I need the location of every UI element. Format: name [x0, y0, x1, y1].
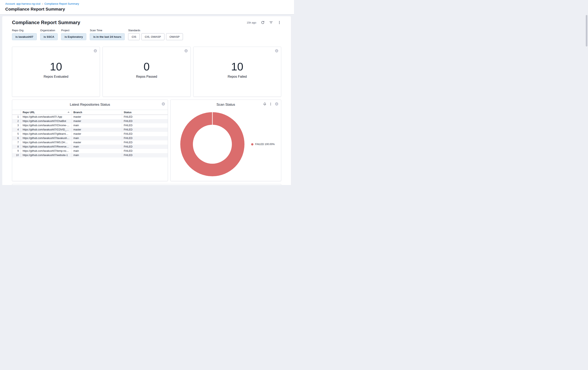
table-card-title: Latest Repositories Status: [12, 100, 168, 107]
col-header-label: Repo URL: [23, 111, 35, 114]
kebab-menu-icon: [278, 21, 281, 24]
tile-globe-button[interactable]: [184, 49, 188, 52]
table-row[interactable]: 2 https://github.com/lavakush07/ChatBot …: [12, 119, 168, 123]
filter-label-scan-time: Scan Time: [90, 29, 125, 32]
page-title: Compliance Report Summary: [5, 7, 294, 11]
filter-bar: Repo Org is lavakush07 Organization is S…: [12, 29, 281, 40]
dashboard-header: Compliance Report Summary 15h ago: [12, 20, 281, 26]
more-menu-button[interactable]: [278, 21, 281, 24]
dashboard-toolbar: 15h ago: [247, 21, 281, 24]
repo-url-cell: https://github.com/lavakush07/COVID_T…: [21, 128, 72, 132]
globe-icon: [94, 49, 97, 52]
stat-tiles-row: 10 Repos Evaluated 0 Repos Passed: [12, 47, 281, 97]
bell-icon: [263, 102, 266, 106]
status-cell: FAILED: [122, 140, 168, 145]
col-header-branch[interactable]: Branch: [72, 110, 122, 115]
filter-chip-organization[interactable]: is SSCA: [40, 33, 58, 40]
table-row[interactable]: 6 https://github.com/lavakush07/lavakush…: [12, 136, 168, 140]
chevron-right-icon: ›: [42, 3, 43, 5]
alerts-button[interactable]: [263, 102, 266, 106]
tile-globe-button[interactable]: [275, 49, 278, 52]
breadcrumb: Account: app-harness-ng-cicd › Complianc…: [5, 2, 294, 5]
stat-label: Repos Failed: [228, 75, 247, 79]
table-row[interactable]: 3 https://github.com/lavakush07/Chrome-……: [12, 123, 168, 128]
status-cell: FAILED: [122, 136, 168, 140]
table-row[interactable]: 4 https://github.com/lavakush07/COVID_T……: [12, 128, 168, 132]
col-header-status[interactable]: Status: [122, 110, 168, 115]
refresh-button[interactable]: [261, 21, 264, 24]
table-row[interactable]: 1 https://github.com/lavakush07/.App mas…: [12, 115, 168, 119]
tile-globe-button[interactable]: [275, 102, 278, 106]
row-index-cell: 10: [12, 153, 21, 157]
repo-url-cell: https://github.com/lavakush07/website-1: [21, 153, 72, 157]
repo-url-cell: https://github.com/lavakush07/MS.DHO…: [21, 140, 72, 145]
filter-group-scan-time: Scan Time is in the last 24 hours: [90, 29, 125, 40]
filter-label-organization: Organization: [40, 29, 58, 32]
table-row[interactable]: 10 https://github.com/lavakush07/website…: [12, 153, 168, 157]
filter-chip-repo-org[interactable]: is lavakush07: [12, 33, 37, 40]
tile-globe-button[interactable]: [94, 49, 97, 52]
stat-label: Repos Evaluated: [44, 75, 68, 79]
next-dashboard-card-partial: [12, 184, 281, 185]
filter-label-repo-org: Repo Org: [12, 29, 37, 32]
branch-cell: master: [72, 115, 122, 119]
status-cell: FAILED: [122, 132, 168, 136]
repo-url-cell: https://github.com/lavakush07/gitlearni…: [21, 132, 72, 136]
filter-chip-standards-cis-owasp[interactable]: CIS, OWASP: [141, 33, 165, 40]
branch-cell: main: [72, 136, 122, 140]
chart-legend-item-failed[interactable]: FAILED 100.00%: [251, 143, 275, 146]
row-index-cell: 4: [12, 128, 21, 132]
row-index-cell: 5: [12, 132, 21, 136]
stat-value: 0: [144, 60, 150, 73]
scan-status-chart-area: FAILED 100.00%: [170, 112, 281, 176]
status-cell: FAILED: [122, 119, 168, 123]
dashboard-title: Compliance Report Summary: [12, 20, 80, 25]
filter-label-standards: Standards: [128, 29, 183, 32]
table-row[interactable]: 9 https://github.com/lavakush07/temp-no……: [12, 149, 168, 153]
tile-globe-button[interactable]: [162, 102, 165, 106]
branch-cell: master: [72, 132, 122, 136]
filter-chip-scan-time[interactable]: is in the last 24 hours: [90, 33, 125, 40]
repo-url-cell: https://github.com/lavakush07/lavakush…: [21, 136, 72, 140]
col-header-repo-url[interactable]: Repo URL: [21, 110, 72, 115]
dashboard-panel: Compliance Report Summary 15h ago: [2, 16, 291, 185]
filter-button[interactable]: [269, 21, 273, 24]
repo-url-cell: https://github.com/lavakush07/Chrome-…: [21, 123, 72, 128]
row-index-cell: 8: [12, 145, 21, 149]
globe-icon: [162, 102, 165, 106]
legend-dot: [251, 143, 253, 145]
filter-group-repo-org: Repo Org is lavakush07: [12, 29, 37, 40]
row-index-cell: 3: [12, 123, 21, 128]
branch-cell: main: [72, 123, 122, 128]
table-row[interactable]: 7 https://github.com/lavakush07/MS.DHO… …: [12, 140, 168, 145]
kebab-menu-icon: [269, 102, 272, 106]
row-index-cell: 7: [12, 140, 21, 145]
latest-repos-card: Latest Repositories Status: [12, 100, 168, 181]
breadcrumb-current-link[interactable]: Compliance Report Summary: [44, 2, 79, 5]
filter-chip-standards-owasp[interactable]: OWASP: [166, 33, 183, 40]
stat-value: 10: [50, 60, 62, 73]
last-refreshed-label: 15h ago: [247, 21, 256, 24]
row-index-cell: 1: [12, 115, 21, 119]
branch-cell: main: [72, 145, 122, 149]
breadcrumb-account-link[interactable]: Account: app-harness-ng-cicd: [5, 2, 40, 5]
tile-more-menu-button[interactable]: [269, 102, 272, 106]
branch-cell: master: [72, 140, 122, 145]
filter-chip-standards-cis[interactable]: CIS: [128, 33, 140, 40]
row-index-cell: 2: [12, 119, 21, 123]
branch-cell: main: [72, 149, 122, 153]
table-row[interactable]: 5 https://github.com/lavakush07/gitlearn…: [12, 132, 168, 136]
stat-tile-repos-evaluated: 10 Repos Evaluated: [12, 47, 100, 97]
scan-status-donut-chart[interactable]: [180, 112, 244, 176]
col-header-label: Branch: [74, 111, 82, 114]
branch-cell: main: [72, 153, 122, 157]
repo-url-cell: https://github.com/lavakush07/.App: [21, 115, 72, 119]
branch-cell: master: [72, 119, 122, 123]
filter-group-organization: Organization is SSCA: [40, 29, 58, 40]
filter-chip-project[interactable]: is Exploratory: [61, 33, 86, 40]
table-row[interactable]: 8 https://github.com/lavakush07/Reverse-…: [12, 145, 168, 149]
status-cell: FAILED: [122, 145, 168, 149]
refresh-icon: [261, 21, 264, 24]
globe-icon: [184, 49, 188, 52]
status-cell: FAILED: [122, 123, 168, 128]
